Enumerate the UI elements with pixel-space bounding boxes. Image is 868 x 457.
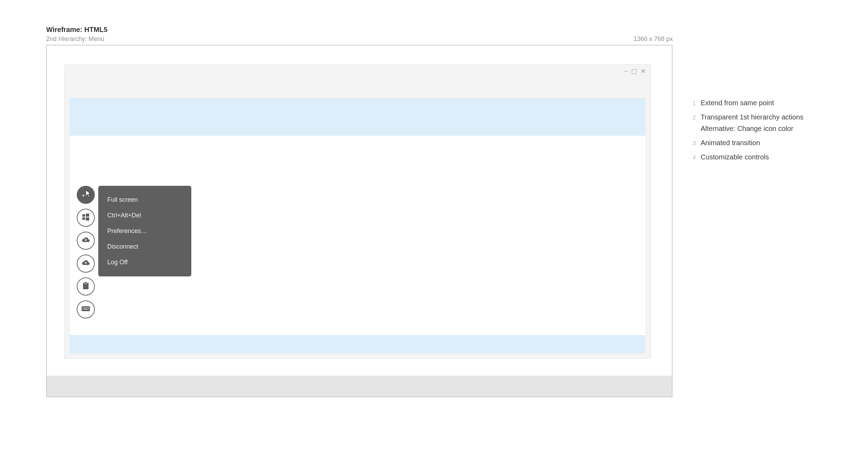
annotation-item: 4 Customizable controls [691, 153, 858, 161]
annotation-list: 1 Extend from same point 2 Transparent 1… [691, 99, 858, 167]
app-window: – ▢ ✕ [64, 64, 651, 359]
annotation-number: 2 [691, 115, 696, 121]
windows-icon [82, 213, 90, 222]
download-icon [81, 236, 90, 245]
svg-rect-13 [87, 307, 87, 308]
more-button[interactable] [77, 186, 95, 204]
svg-point-0 [83, 195, 84, 196]
annotation-item: 2 Transparent 1st hierarchy actions [691, 113, 858, 121]
more-icon [82, 192, 89, 198]
svg-point-2 [87, 195, 89, 196]
download-button[interactable] [77, 232, 95, 250]
action-rail [77, 186, 95, 318]
annotation-item: 3 Animated transition [691, 139, 858, 147]
svg-rect-6 [86, 217, 89, 221]
svg-rect-17 [88, 309, 89, 309]
context-menu: Full screen Ctrl+Alt+Del Preferences… Di… [98, 186, 191, 276]
clipboard-icon [82, 282, 89, 291]
windows-button[interactable] [77, 209, 95, 227]
upload-button[interactable] [77, 255, 95, 273]
menu-item-preferences[interactable]: Preferences… [98, 223, 191, 239]
svg-rect-8 [84, 282, 87, 284]
frame-dimensions-label: 1366 x 768 px [634, 35, 673, 43]
page-title: Wireframe: HTML5 [46, 26, 108, 34]
svg-rect-16 [84, 309, 87, 309]
svg-rect-4 [86, 214, 89, 217]
upload-icon [81, 259, 90, 268]
menu-item-disconnect[interactable]: Disconnect [98, 239, 191, 255]
menu-item-fullscreen[interactable]: Full screen [98, 192, 191, 208]
annotation-text: Animated transition [701, 139, 760, 147]
keyboard-icon [81, 306, 90, 313]
wireframe-frame: – ▢ ✕ [46, 45, 673, 397]
annotation-number: 4 [691, 155, 696, 161]
close-button[interactable]: ✕ [641, 67, 646, 75]
svg-rect-10 [83, 307, 83, 308]
menu-item-logoff[interactable]: Log Off [98, 255, 191, 270]
annotation-text: Extend from same point [701, 99, 774, 107]
maximize-button[interactable]: ▢ [631, 67, 637, 75]
header-band [70, 98, 645, 136]
svg-rect-12 [85, 307, 86, 308]
content-area: Full screen Ctrl+Alt+Del Preferences… Di… [69, 98, 646, 354]
annotation-item: 1 Extend from same point [691, 99, 858, 107]
annotation-number: 3 [691, 140, 696, 147]
annotation-subtext: Alternative: Change icon color [701, 125, 858, 133]
svg-rect-15 [83, 309, 83, 309]
annotation-text: Customizable controls [701, 153, 769, 161]
page-subtitle: 2nd Hierarchy: Menu [46, 35, 104, 43]
frame-footer-bar [47, 376, 672, 397]
keyboard-button[interactable] [77, 300, 95, 318]
svg-rect-3 [82, 214, 85, 217]
svg-point-1 [85, 195, 86, 196]
footer-band [70, 335, 645, 353]
minimize-button[interactable]: – [624, 67, 628, 75]
annotation-number: 1 [691, 100, 696, 107]
annotation-text: Transparent 1st hierarchy actions [701, 113, 803, 121]
svg-rect-5 [82, 217, 85, 220]
menu-item-ctrlaltdel[interactable]: Ctrl+Alt+Del [98, 208, 191, 223]
window-titlebar: – ▢ ✕ [65, 65, 651, 98]
svg-rect-14 [88, 307, 89, 308]
svg-rect-11 [84, 307, 85, 308]
clipboard-button[interactable] [77, 277, 95, 296]
